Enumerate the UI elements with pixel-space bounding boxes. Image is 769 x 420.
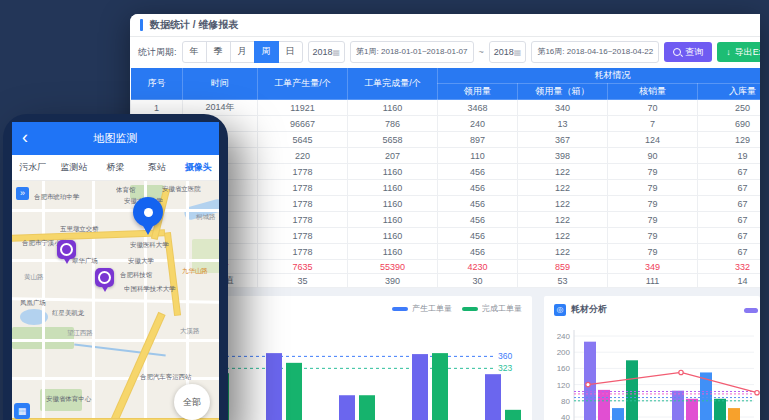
camera-marker-tail [63, 257, 71, 264]
chart-legend: 产生工单量完成工单量 [392, 303, 522, 314]
year-end-select[interactable]: 2018 ▦ [489, 41, 527, 63]
period-option-年[interactable]: 年 [182, 41, 207, 63]
table-cell: 690 [698, 116, 761, 132]
table-cell: 79 [608, 228, 698, 244]
phone-tab-污水厂[interactable]: 污水厂 [12, 161, 53, 174]
map-expand-button[interactable]: » [16, 187, 29, 200]
phone-tab-泵站[interactable]: 泵站 [136, 161, 177, 174]
legend-item-完成工单量[interactable]: 完成工单量 [462, 303, 522, 314]
svg-text:323: 323 [498, 363, 512, 373]
table-cell: 67 [698, 228, 761, 244]
table-cell: 3468 [438, 100, 518, 116]
table-cell: 67 [698, 212, 761, 228]
week-range-start-input[interactable]: 第1周: 2018-01-01~2018-01-07 [350, 41, 473, 63]
table-cell: 1160 [348, 212, 438, 228]
total-cell: 55390 [348, 260, 438, 274]
selected-location-pin[interactable] [133, 197, 163, 239]
table-cell: 456 [438, 164, 518, 180]
svg-text:120: 120 [557, 381, 571, 390]
map-label: 桐城路 [196, 213, 215, 222]
table-cell: 122 [518, 196, 608, 212]
export-button-label: 导出Excel [735, 46, 760, 59]
breadcrumb-text: 数据统计 / 维修报表 [150, 18, 238, 32]
table-cell: 13 [518, 116, 608, 132]
camera-lens-icon [98, 271, 111, 284]
map-label: 凤凰广场 [20, 299, 46, 308]
svg-text:160: 160 [557, 364, 571, 373]
phone-tab-监测站[interactable]: 监测站 [53, 161, 94, 174]
table-cell: 5645 [258, 132, 348, 148]
map-layers-button[interactable]: ▦ [14, 403, 30, 419]
table-cell: 207 [348, 148, 438, 164]
calendar-icon: ▦ [333, 48, 341, 57]
phone-tab-桥梁[interactable]: 桥梁 [95, 161, 136, 174]
table-cell: 1778 [258, 196, 348, 212]
table-cell: 240 [438, 116, 518, 132]
table-cell: 1160 [348, 164, 438, 180]
col-header: 序号 [131, 68, 183, 100]
svg-text:240: 240 [557, 332, 571, 341]
table-cell: 897 [438, 132, 518, 148]
table-cell: 456 [438, 196, 518, 212]
table-cell: 122 [518, 228, 608, 244]
query-button[interactable]: 查询 [664, 42, 712, 62]
map-view[interactable]: 合肥市琥珀中学体育馆安徽农业大学安徽省立医院桐城路五里墩立交桥合肥市宁溪小学安徽… [12, 181, 219, 420]
period-option-周[interactable]: 周 [254, 41, 279, 63]
table-cell: 5658 [348, 132, 438, 148]
table-cell: 79 [608, 164, 698, 180]
camera-marker-tail [101, 285, 109, 292]
calendar-icon: ▦ [514, 48, 522, 57]
table-cell: 67 [698, 180, 761, 196]
map-label: 安徽大学 [128, 257, 154, 266]
table-cell: 79 [608, 212, 698, 228]
week-range-end-input[interactable]: 第16周: 2018-04-16~2018-04-22 [531, 41, 659, 63]
map-label: 望江西路 [67, 329, 93, 338]
total-cell: 349 [608, 260, 698, 274]
phone-tab-bar: 污水厂监测站桥梁泵站摄像头 [12, 155, 219, 181]
table-cell: 1160 [348, 244, 438, 260]
map-all-button[interactable]: 全部 [174, 384, 210, 420]
table-cell: 19 [698, 148, 761, 164]
map-label: 五里墩立交桥 [60, 225, 99, 234]
legend-item-产生工单量[interactable]: 产生工单量 [392, 303, 452, 314]
map-label: 合肥市琥珀中学 [34, 193, 79, 202]
period-option-月[interactable]: 月 [230, 41, 255, 63]
map-road-major [90, 313, 165, 420]
table-cell: 90 [608, 148, 698, 164]
phone-page-title: 地图监测 [94, 131, 138, 146]
table-cell: 456 [438, 228, 518, 244]
breadcrumb-accent-bar [140, 19, 143, 31]
total-cell: 4230 [438, 260, 518, 274]
pin-circle [133, 197, 163, 227]
table-cell: 398 [518, 148, 608, 164]
map-label: 合肥科技馆 [120, 271, 152, 280]
average-cell: 111 [608, 274, 698, 288]
table-cell: 456 [438, 180, 518, 196]
col-header: 时间 [183, 68, 258, 100]
year-start-select[interactable]: 2018 ▦ [308, 41, 346, 63]
map-road [92, 181, 95, 420]
export-excel-button[interactable]: ↓ 导出Excel [717, 42, 760, 62]
map-label: 大溪路 [180, 327, 199, 336]
table-cell: 1778 [258, 212, 348, 228]
table-cell: 456 [438, 212, 518, 228]
table-cell: 11921 [258, 100, 348, 116]
map-label: 中国科学技术大学 [124, 285, 176, 294]
year-end-value: 2018 [494, 47, 514, 57]
table-cell: 122 [518, 244, 608, 260]
camera-marker[interactable] [95, 268, 114, 294]
table-cell: 1160 [348, 228, 438, 244]
sub-col-header: 领用量（箱） [518, 84, 608, 100]
period-option-日[interactable]: 日 [278, 41, 303, 63]
camera-marker[interactable] [57, 240, 76, 266]
table-cell: 1160 [348, 180, 438, 196]
phone-tab-摄像头[interactable]: 摄像头 [178, 161, 219, 174]
table-cell: 122 [518, 180, 608, 196]
back-chevron-icon[interactable]: ‹ [22, 126, 28, 148]
table-cell: 79 [608, 196, 698, 212]
table-cell: 122 [518, 212, 608, 228]
table-cell: 79 [608, 244, 698, 260]
download-icon: ↓ [726, 48, 731, 57]
table-cell: 1778 [258, 180, 348, 196]
period-option-季[interactable]: 季 [206, 41, 231, 63]
